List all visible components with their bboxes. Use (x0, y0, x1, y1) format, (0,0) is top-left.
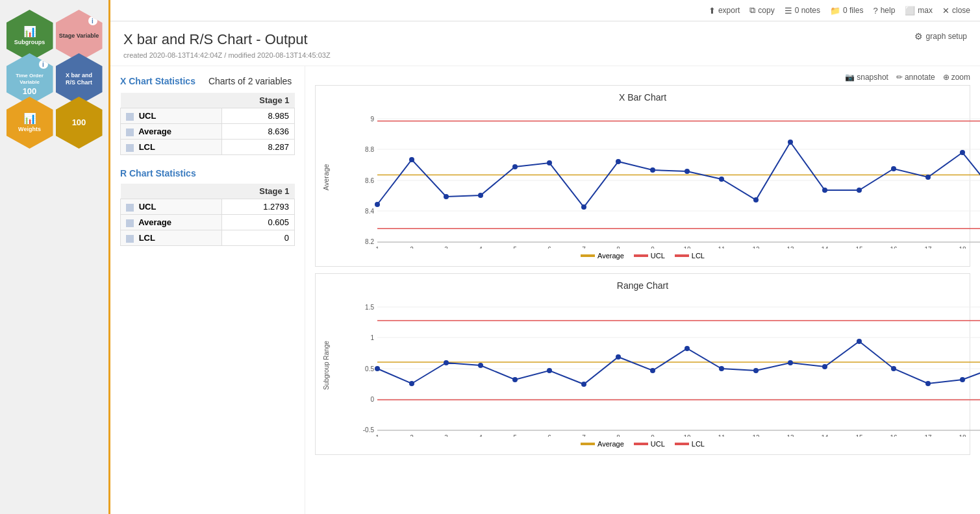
x-avg-value: 8.636 (222, 124, 295, 140)
graph-setup-button[interactable]: ⚙ graph setup (914, 31, 967, 42)
time-order-info-icon[interactable]: i (39, 60, 48, 69)
close-icon: ✕ (942, 6, 949, 16)
copy-button[interactable]: ⧉ copy (749, 5, 774, 16)
r-lcl-color (126, 235, 134, 243)
r-ucl-value: 1.2793 (222, 199, 295, 215)
svg-text:8: 8 (616, 434, 620, 437)
xbar-point-11 (719, 177, 724, 182)
r-avg-color (126, 219, 134, 227)
files-button[interactable]: 📁 0 files (830, 6, 863, 16)
gear-icon: ⚙ (914, 31, 923, 42)
hundred-hex[interactable]: 100 (56, 97, 103, 149)
svg-text:18: 18 (959, 246, 966, 249)
svg-text:15: 15 (855, 434, 863, 437)
chart-tools: 📷 snapshot ✏ annotate ⊕ zoom (315, 73, 970, 82)
xbar-point-14 (822, 188, 827, 193)
close-button[interactable]: ✕ close (942, 6, 970, 16)
r-chart-stats-title: R Chart Statistics (120, 168, 295, 178)
range-legend-lcl: LCL (675, 440, 705, 448)
help-button[interactable]: ? help (873, 6, 895, 16)
svg-text:1: 1 (375, 246, 379, 249)
svg-text:14: 14 (821, 434, 829, 437)
annotate-button[interactable]: ✏ annotate (896, 73, 935, 82)
export-icon: ⬆ (709, 6, 716, 16)
xbar-rs-label: X bar andR/S Chart (66, 72, 92, 86)
zoom-icon: ⊕ (943, 73, 949, 82)
range-point-18 (960, 377, 965, 382)
main-content: ⬆ export ⧉ copy ☰ 0 notes 📁 0 files ? he… (110, 0, 980, 514)
r-stats-table: Stage 1 UCL 1.2793 Average 0.605 (120, 184, 295, 246)
svg-text:2: 2 (410, 246, 414, 249)
svg-text:3: 3 (444, 246, 448, 249)
xbar-legend-ucl: UCL (634, 252, 665, 260)
range-y-axis-label: Subgroup Range (323, 341, 330, 390)
help-icon: ? (873, 6, 877, 16)
svg-text:16: 16 (890, 434, 898, 437)
svg-text:1.5: 1.5 (365, 304, 374, 311)
svg-text:4: 4 (479, 246, 483, 249)
zoom-button[interactable]: ⊕ zoom (943, 73, 970, 82)
range-legend-avg: Average (581, 440, 624, 448)
stage-info-icon[interactable]: i (88, 16, 97, 25)
svg-text:12: 12 (752, 434, 760, 437)
svg-text:8.6: 8.6 (365, 177, 374, 184)
range-legend: Average UCL LCL (319, 440, 966, 448)
xbar-point-3 (444, 194, 449, 199)
range-point-17 (925, 381, 931, 386)
xbar-point-8 (616, 159, 621, 164)
svg-text:9: 9 (651, 434, 655, 437)
x-chart-stats-title: X Chart Statistics (120, 76, 195, 86)
xbar-legend-avg: Average (581, 252, 624, 260)
xbar-chart-wrapper: X Bar Chart Average (315, 85, 970, 267)
weights-icon: 📊 (23, 112, 36, 125)
svg-text:1: 1 (370, 334, 374, 341)
range-point-7 (581, 382, 586, 387)
x-lcl-label: LCL (121, 140, 222, 155)
x-ucl-color (126, 113, 134, 121)
range-point-12 (753, 368, 759, 373)
xbar-point-4 (478, 193, 483, 198)
svg-text:2: 2 (410, 434, 414, 437)
xbar-point-9 (650, 167, 655, 173)
range-point-3 (444, 360, 449, 365)
svg-text:8.8: 8.8 (365, 146, 374, 153)
export-button[interactable]: ⬆ export (709, 6, 740, 16)
svg-text:14: 14 (821, 246, 829, 249)
x-lcl-value: 8.287 (222, 140, 295, 155)
xbar-legend: Average UCL LCL (319, 252, 966, 260)
range-point-5 (512, 377, 518, 382)
x-avg-label: Average (121, 124, 222, 140)
range-point-10 (685, 346, 690, 351)
range-chart-svg[interactable]: Subgroup Range (319, 294, 980, 437)
svg-text:9: 9 (370, 116, 374, 123)
xbar-point-1 (375, 202, 380, 207)
range-point-4 (478, 363, 483, 368)
xbar-chart-svg[interactable]: Average (319, 106, 980, 249)
notes-button[interactable]: ☰ 0 notes (785, 6, 820, 16)
time-order-label: Time Order Variable (10, 73, 50, 85)
x-stage-header: Stage 1 (222, 93, 295, 108)
svg-text:11: 11 (718, 434, 725, 437)
r-lcl-label: LCL (121, 230, 222, 246)
svg-text:18: 18 (959, 434, 966, 437)
max-button[interactable]: ⬜ max (905, 6, 933, 16)
pencil-icon: ✏ (896, 73, 903, 82)
xbar-legend-lcl: LCL (675, 252, 705, 260)
range-point-9 (650, 368, 655, 373)
xbar-point-17 (925, 175, 931, 180)
xbar-point-18 (960, 150, 965, 155)
svg-text:16: 16 (890, 246, 898, 249)
weights-hex[interactable]: 📊 Weights (6, 97, 53, 149)
files-icon: 📁 (830, 6, 840, 16)
svg-text:15: 15 (855, 246, 863, 249)
page-header: X bar and R/S Chart - Output created 202… (110, 21, 980, 66)
xbar-point-10 (685, 169, 690, 174)
stats-panel: X Chart Statistics Charts of 2 variables… (110, 66, 305, 514)
svg-text:9: 9 (651, 246, 655, 249)
r-ucl-label: UCL (121, 199, 222, 215)
svg-text:0.5: 0.5 (365, 365, 374, 373)
snapshot-button[interactable]: 📷 snapshot (845, 73, 888, 82)
xbar-point-7 (581, 204, 586, 210)
svg-text:-0.5: -0.5 (363, 426, 375, 434)
subgroups-label: Subgroups (14, 39, 45, 46)
